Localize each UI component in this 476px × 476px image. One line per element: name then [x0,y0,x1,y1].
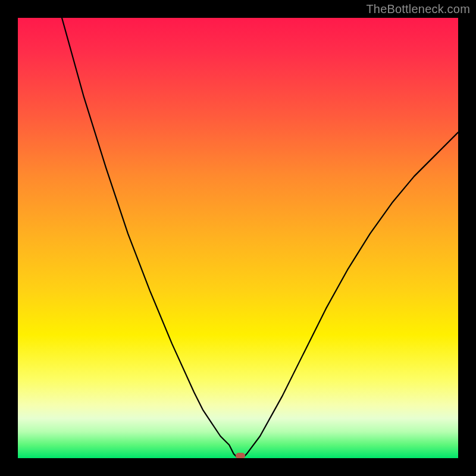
watermark-text: TheBottleneck.com [366,2,470,16]
minimum-marker [236,453,245,458]
chart-frame: TheBottleneck.com [0,0,476,476]
bottleneck-curve [18,18,458,458]
plot-area [18,18,458,458]
curve-svg [18,18,458,458]
